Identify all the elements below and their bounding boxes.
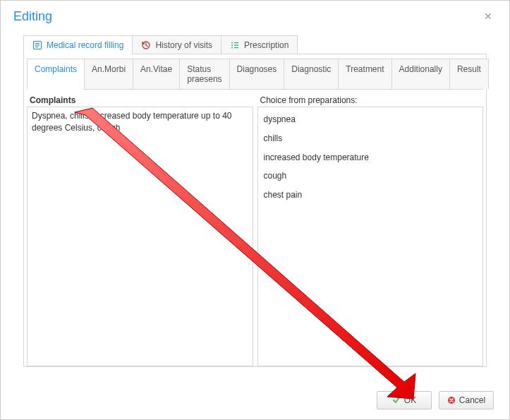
svg-point-7 [231,47,233,49]
tab-diagnoses[interactable]: Diagnoses [229,59,285,89]
item-label: cough [264,171,287,181]
check-icon [392,396,401,404]
list-item[interactable]: chest pain [262,186,479,205]
editing-dialog: Editing ✕ Medical record filling History… [0,0,510,420]
tab-label: An.Vitae [140,64,172,74]
list-item[interactable]: chills [262,129,479,148]
complaints-column: Complaints Dyspnea, chills, increased bo… [27,94,253,366]
doc-lines-icon [32,40,42,50]
tab-additionally[interactable]: Additionally [391,59,450,89]
list-item[interactable]: increased body temperature [262,148,479,167]
tab-an-vitae[interactable]: An.Vitae [133,59,180,89]
tab-history-of-visits[interactable]: History of visits [132,35,221,54]
dialog-header: Editing ✕ [1,1,509,27]
tab-medical-record-filling[interactable]: Medical record filling [23,35,133,54]
outer-panel: Complaints An.Morbi An.Vitae Status prae… [23,54,487,367]
list-item[interactable]: dyspnea [262,110,479,129]
inner-tabs: Complaints An.Morbi An.Vitae Status prae… [27,59,483,90]
tab-status-praesens[interactable]: Status praesens [179,59,229,89]
tab-an-morbi[interactable]: An.Morbi [84,59,133,89]
button-label: Cancel [459,395,485,405]
close-button[interactable]: ✕ [480,9,497,23]
tab-label: Treatment [346,64,384,74]
tab-complaints[interactable]: Complaints [27,59,85,90]
complaints-header: Complaints [27,94,253,107]
cancel-icon [447,396,456,404]
tab-label: Medical record filling [47,40,123,50]
item-label: chills [264,133,283,143]
dialog-buttons: OK Cancel [377,391,494,409]
item-label: dyspnea [264,114,296,124]
history-icon [141,40,151,50]
tab-label: Complaints [35,64,77,74]
complaints-text: Dyspnea, chills, increased body temperat… [32,111,232,133]
tab-result[interactable]: Result [449,59,489,89]
item-label: increased body temperature [264,152,369,162]
complaints-textarea[interactable]: Dyspnea, chills, increased body temperat… [27,107,253,366]
list-icon [230,40,240,50]
preparations-column: Choice from preparations: dyspnea chills… [257,94,484,366]
tab-label: Result [457,64,481,74]
list-item[interactable]: cough [262,167,479,186]
svg-point-5 [231,42,233,44]
button-label: OK [404,395,416,405]
preparations-list: dyspnea chills increased body temperatur… [257,107,484,366]
tab-label: An.Morbi [92,64,126,74]
dialog-title: Editing [13,9,52,24]
tab-label: History of visits [155,40,212,50]
tab-label: Status praesens [187,64,221,84]
content-row: Complaints Dyspnea, chills, increased bo… [27,94,483,366]
preparations-header: Choice from preparations: [257,94,484,107]
svg-point-6 [231,44,233,46]
outer-tabs: Medical record filling History of visits… [23,35,509,54]
tab-label: Additionally [399,64,442,74]
tab-treatment[interactable]: Treatment [338,59,391,89]
tab-label: Prescription [244,40,289,50]
tab-prescription[interactable]: Prescription [221,35,298,54]
item-label: chest pain [264,190,303,200]
tab-diagnostic[interactable]: Diagnostic [284,59,339,89]
tab-label: Diagnoses [237,64,277,74]
ok-button[interactable]: OK [377,391,432,409]
cancel-button[interactable]: Cancel [439,391,494,409]
tab-label: Diagnostic [291,64,331,74]
